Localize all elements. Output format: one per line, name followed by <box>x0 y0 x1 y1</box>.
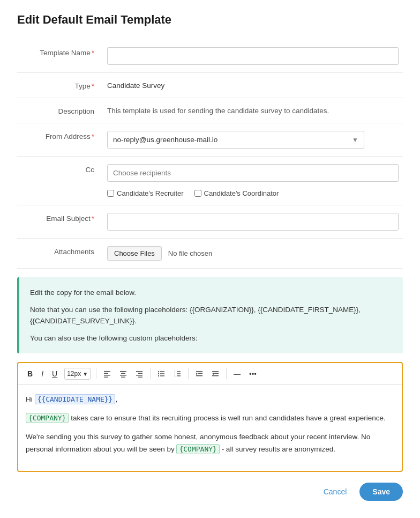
italic-button[interactable]: I <box>38 367 47 380</box>
svg-rect-7 <box>121 377 125 378</box>
cc-value-cell: Candidate's Recruiter Candidate's Coordi… <box>103 157 403 205</box>
align-right-button[interactable] <box>132 368 147 380</box>
editor-paragraph-2: {COMPANY} takes care to ensure that its … <box>26 412 394 425</box>
editor-paragraph-3: We're sending you this survey to gather … <box>26 431 394 456</box>
font-size-chevron: ▼ <box>82 371 88 377</box>
cc-checkboxes: Candidate's Recruiter Candidate's Coordi… <box>107 189 399 197</box>
choose-files-button[interactable]: Choose Files <box>107 246 162 261</box>
svg-point-12 <box>158 371 159 372</box>
editor-line2-text: takes care to ensure that its recruiting… <box>69 414 385 422</box>
ordered-list-button[interactable]: 1.2.3. <box>170 368 185 380</box>
cc-label: Cc <box>17 157 103 205</box>
footer-actions: Cancel Save <box>17 483 403 501</box>
svg-marker-29 <box>212 373 214 375</box>
info-line3: You can also use the following custom pl… <box>30 332 392 344</box>
type-row: Type* Candidate Survey <box>17 73 403 98</box>
recruiter-checkbox[interactable] <box>107 190 114 197</box>
coordinator-label: Candidate's Coordinator <box>204 189 279 197</box>
svg-marker-25 <box>196 373 198 375</box>
no-file-text: No file chosen <box>168 249 212 257</box>
chevron-down-icon: ▼ <box>352 136 358 144</box>
svg-rect-26 <box>198 373 202 374</box>
font-size-select[interactable]: 12px ▼ <box>64 368 91 380</box>
svg-rect-30 <box>214 373 219 374</box>
email-subject-label: Email Subject* <box>17 205 103 239</box>
email-subject-input[interactable]: We want to know what you think <box>107 213 399 231</box>
type-value: Candidate Survey <box>107 82 164 90</box>
editor-hi-prefix: Hi <box>26 395 35 403</box>
info-line1: Edit the copy for the email below. <box>30 287 392 299</box>
more-button[interactable]: ••• <box>245 368 260 380</box>
bullet-list-button[interactable] <box>154 368 169 380</box>
from-address-value: no-reply@us.greenhouse-mail.io <box>113 136 218 144</box>
toolbar-separator-4 <box>226 368 227 379</box>
editor-hi-suffix: , <box>115 395 117 403</box>
template-name-value-cell: Default Candidate Survey Message <box>103 40 403 73</box>
svg-text:3.: 3. <box>174 374 176 377</box>
svg-rect-17 <box>160 376 164 377</box>
attachments-row: Attachments Choose Files No file chosen <box>17 239 403 269</box>
template-name-input[interactable]: Default Candidate Survey Message <box>107 47 399 65</box>
template-name-label: Template Name* <box>17 40 103 73</box>
coordinator-checkbox-label[interactable]: Candidate's Coordinator <box>194 189 279 197</box>
email-subject-row: Email Subject* We want to know what you … <box>17 205 403 239</box>
svg-rect-10 <box>136 375 142 376</box>
font-size-value: 12px <box>67 370 81 378</box>
svg-rect-28 <box>212 371 219 372</box>
svg-point-16 <box>158 375 159 376</box>
from-address-row: From Address* no-reply@us.greenhouse-mai… <box>17 123 403 157</box>
svg-rect-8 <box>136 371 142 372</box>
description-label: Description <box>17 98 103 123</box>
svg-rect-11 <box>138 377 142 378</box>
attachments-label: Attachments <box>17 239 103 269</box>
svg-rect-6 <box>120 375 126 376</box>
editor-paragraph-1: Hi {{CANDIDATE_NAME}}, <box>26 394 394 406</box>
type-label: Type* <box>17 73 103 98</box>
svg-rect-9 <box>138 373 142 374</box>
svg-rect-19 <box>177 372 181 373</box>
svg-rect-23 <box>177 376 181 377</box>
editor-content-wrapper: Hi {{CANDIDATE_NAME}}, {COMPANY} takes c… <box>18 385 402 471</box>
toolbar-separator-2 <box>150 368 151 379</box>
recruiter-checkbox-label[interactable]: Candidate's Recruiter <box>107 189 184 197</box>
editor-content[interactable]: Hi {{CANDIDATE_NAME}}, {COMPANY} takes c… <box>18 385 402 471</box>
toolbar-separator-3 <box>188 368 189 379</box>
from-address-select[interactable]: no-reply@us.greenhouse-mail.io ▼ <box>107 131 364 149</box>
svg-rect-31 <box>212 375 219 376</box>
svg-rect-4 <box>120 371 126 372</box>
email-subject-value-cell: We want to know what you think <box>103 205 403 239</box>
cc-row: Cc Candidate's Recruiter Candidate's Coo… <box>17 157 403 205</box>
svg-rect-15 <box>160 374 164 375</box>
editor-wrapper: B I U 12px ▼ 1.2.3. — •• <box>17 362 403 472</box>
bold-button[interactable]: B <box>24 367 36 380</box>
form-table: Template Name* Default Candidate Survey … <box>17 40 403 269</box>
from-address-value-cell: no-reply@us.greenhouse-mail.io ▼ <box>103 123 403 157</box>
svg-rect-1 <box>104 373 108 374</box>
candidate-name-placeholder: {{CANDIDATE_NAME}} <box>35 394 116 404</box>
align-left-button[interactable] <box>100 368 115 380</box>
cc-input[interactable] <box>107 164 399 182</box>
description-row: Description This template is used for se… <box>17 98 403 123</box>
svg-rect-24 <box>196 371 202 372</box>
save-button[interactable]: Save <box>359 483 403 501</box>
company-placeholder-1: {COMPANY} <box>26 413 69 423</box>
recruiter-label: Candidate's Recruiter <box>117 189 184 197</box>
cancel-button[interactable]: Cancel <box>317 483 354 500</box>
coordinator-checkbox[interactable] <box>194 190 201 197</box>
outdent-button[interactable] <box>208 368 223 380</box>
align-center-button[interactable] <box>116 368 131 380</box>
description-value-cell: This template is used for sending the ca… <box>103 98 403 123</box>
svg-rect-13 <box>160 372 164 373</box>
editor-toolbar: B I U 12px ▼ 1.2.3. — •• <box>18 363 402 385</box>
svg-rect-21 <box>177 374 181 375</box>
template-name-row: Template Name* Default Candidate Survey … <box>17 40 403 73</box>
underline-button[interactable]: U <box>48 367 61 380</box>
svg-rect-2 <box>104 375 110 376</box>
attachments-value-cell: Choose Files No file chosen <box>103 239 403 269</box>
indent-button[interactable] <box>192 368 207 380</box>
editor-line3-after: - all survey results are anonymized. <box>220 445 335 453</box>
hr-button[interactable]: — <box>230 368 244 380</box>
info-box: Edit the copy for the email below. Note … <box>17 277 403 353</box>
svg-rect-27 <box>196 375 202 376</box>
description-value: This template is used for sending the ca… <box>107 107 329 115</box>
